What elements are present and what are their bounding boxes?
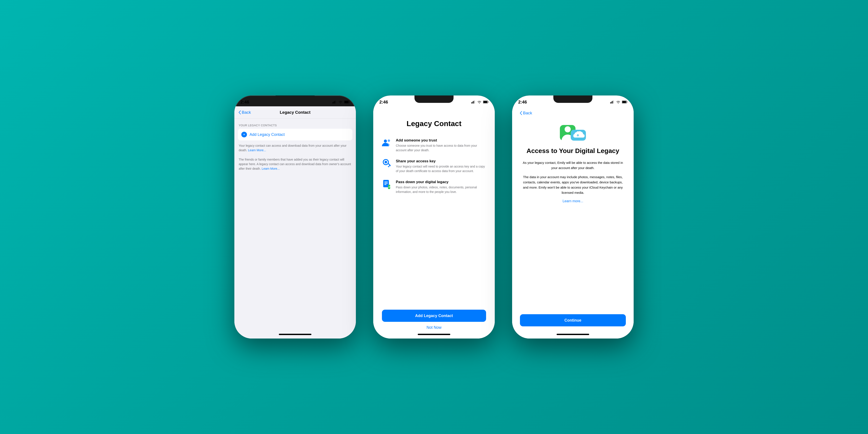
status-icons-1 xyxy=(333,100,350,103)
svg-point-31 xyxy=(565,126,571,132)
add-legacy-contact-button[interactable]: Add Legacy Contact xyxy=(382,310,486,322)
feature-text-2: Share your access key Your legacy contac… xyxy=(396,159,486,174)
back-chevron-icon-3 xyxy=(520,111,522,115)
svg-point-13 xyxy=(388,140,390,142)
feature-title-1: Add someone you trust xyxy=(396,138,486,143)
feature-screen: Legacy Contact Add someone you trust xyxy=(373,106,495,339)
svg-rect-22 xyxy=(384,184,386,185)
svg-rect-0 xyxy=(333,102,333,103)
feature-item-2: Share your access key Your legacy contac… xyxy=(382,159,486,174)
feature-list: Add someone you trust Choose someone you… xyxy=(382,138,486,310)
access-icon-wrapper xyxy=(520,123,626,141)
learn-more-link-1[interactable]: Learn More... xyxy=(248,148,266,152)
home-indicator-3 xyxy=(557,334,589,335)
feature-body-2: Your legacy contact will need to provide… xyxy=(396,164,486,174)
back-button-1[interactable]: Back xyxy=(239,110,251,115)
status-time-3: 2:46 xyxy=(518,100,527,104)
learn-more-3[interactable]: Learn more... xyxy=(520,199,626,306)
notch-3 xyxy=(553,95,592,103)
nav-title-1: Legacy Contact xyxy=(280,110,310,115)
access-body-2: The data in your account may include pho… xyxy=(520,175,626,195)
svg-rect-3 xyxy=(336,100,336,103)
svg-rect-24 xyxy=(610,102,611,103)
svg-rect-23 xyxy=(388,185,390,189)
svg-rect-2 xyxy=(334,101,335,103)
svg-rect-20 xyxy=(384,182,388,182)
svg-rect-27 xyxy=(613,100,614,103)
access-title: Access to Your Digital Legacy xyxy=(520,147,626,155)
feature-screen-title: Legacy Contact xyxy=(382,119,486,128)
svg-rect-7 xyxy=(472,101,473,103)
screen-2: Legacy Contact Add someone you trust xyxy=(373,106,495,339)
battery-icon xyxy=(344,100,350,103)
feature-text-1: Add someone you trust Choose someone you… xyxy=(396,138,486,153)
add-legacy-contact-row[interactable]: + Add Legacy Contact xyxy=(238,129,352,141)
svg-rect-21 xyxy=(384,183,388,184)
svg-point-12 xyxy=(384,140,387,143)
feature-title-2: Share your access key xyxy=(396,159,486,163)
people-icon xyxy=(382,138,392,148)
add-legacy-contact-label: Add Legacy Contact xyxy=(250,132,285,137)
access-screen: Back Access to Your Digital Legacy As yo… xyxy=(512,106,633,339)
description-1: Your legacy contact can access and downl… xyxy=(235,141,356,153)
feature-item-1: Add someone you trust Choose someone you… xyxy=(382,138,486,153)
continue-button[interactable]: Continue xyxy=(520,314,626,327)
battery-icon-3 xyxy=(622,100,627,103)
svg-rect-29 xyxy=(622,101,626,103)
battery-icon-2 xyxy=(483,100,489,103)
signal-icon xyxy=(333,100,337,103)
feature-text-3: Pass down your digital legacy Pass down … xyxy=(396,180,486,194)
home-indicator-1 xyxy=(279,334,311,335)
signal-icon-2 xyxy=(471,100,476,103)
signal-icon-3 xyxy=(610,100,615,103)
phone-1: 2:46 xyxy=(235,95,356,339)
settings-content: YOUR LEGACY CONTACTS + Add Legacy Contac… xyxy=(235,119,356,339)
notch-2 xyxy=(414,95,454,103)
wifi-icon-3 xyxy=(616,100,620,103)
screen-1: Back Legacy Contact YOUR LEGACY CONTACTS… xyxy=(235,106,356,339)
svg-rect-18 xyxy=(388,166,389,167)
digital-legacy-icon xyxy=(560,123,586,141)
status-icons-3 xyxy=(610,100,627,103)
svg-point-15 xyxy=(384,161,387,163)
not-now-button[interactable]: Not Now xyxy=(382,325,486,330)
nav-bar-1: Back Legacy Contact xyxy=(235,106,356,119)
doc-icon xyxy=(382,180,392,189)
status-time-1: 2:46 xyxy=(241,100,249,104)
wifi-icon-2 xyxy=(477,100,481,103)
svg-rect-11 xyxy=(484,101,487,103)
screen-3: Back Access to Your Digital Legacy As yo… xyxy=(512,106,633,339)
description-2: The friends or family members that have … xyxy=(235,153,356,171)
phone-2: 2:46 Legacy Contact xyxy=(373,95,495,339)
section-header: YOUR LEGACY CONTACTS xyxy=(235,124,356,129)
back-chevron-icon xyxy=(239,111,241,114)
home-indicator-2 xyxy=(418,334,450,335)
learn-more-link-2[interactable]: Learn More... xyxy=(262,167,280,170)
feature-body-3: Pass down your photos, videos, notes, do… xyxy=(396,185,486,194)
access-body-1: As your legacy contact, Emily will be ab… xyxy=(520,160,626,170)
feature-title-3: Pass down your digital legacy xyxy=(396,180,486,184)
status-icons-2 xyxy=(471,100,489,103)
notch-1 xyxy=(276,95,315,103)
add-contact-card: + Add Legacy Contact xyxy=(238,129,352,141)
svg-rect-8 xyxy=(473,101,474,103)
svg-rect-6 xyxy=(471,102,472,103)
phone-3: 2:46 Back xyxy=(512,95,633,339)
svg-rect-25 xyxy=(611,101,612,103)
svg-rect-1 xyxy=(334,101,334,103)
key-icon xyxy=(382,159,392,168)
svg-rect-26 xyxy=(612,101,613,103)
add-circle-icon: + xyxy=(241,132,247,137)
svg-rect-5 xyxy=(345,101,348,103)
back-button-3[interactable]: Back xyxy=(520,111,626,116)
wifi-icon xyxy=(339,100,342,103)
status-time-2: 2:46 xyxy=(379,100,388,104)
feature-item-3: Pass down your digital legacy Pass down … xyxy=(382,180,486,194)
feature-body-1: Choose someone you trust to have access … xyxy=(396,144,486,153)
svg-rect-9 xyxy=(474,100,475,103)
